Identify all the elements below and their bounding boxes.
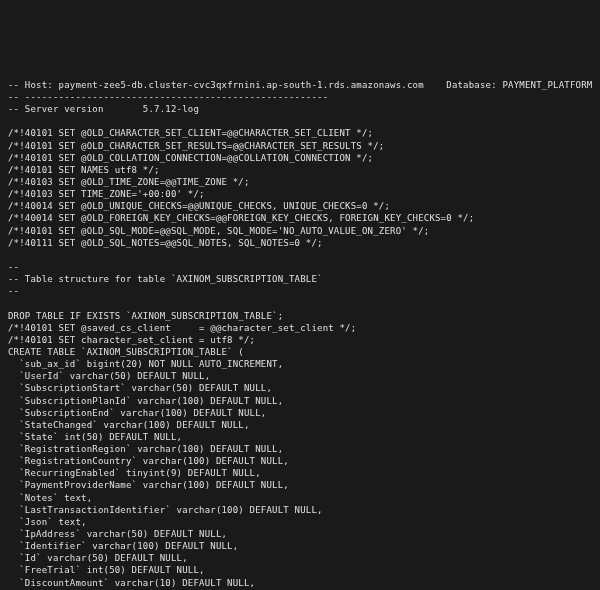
- divider-line: -- -------------------------------------…: [8, 92, 328, 102]
- sql-line: DROP TABLE IF EXISTS `AXINOM_SUBSCRIPTIO…: [8, 311, 283, 321]
- sql-line: `SubscriptionStart` varchar(50) DEFAULT …: [8, 383, 272, 393]
- sql-line: `FreeTrial` int(50) DEFAULT NULL,: [8, 565, 205, 575]
- host-line: -- Host: payment-zee5-db.cluster-cvc3qxf…: [8, 80, 592, 90]
- sql-setting: /*!40101 SET @OLD_CHARACTER_SET_CLIENT=@…: [8, 128, 373, 138]
- table-structure-comment: -- Table structure for table `AXINOM_SUB…: [8, 274, 323, 284]
- sql-line: `RecurringEnabled` tinyint(9) DEFAULT NU…: [8, 468, 261, 478]
- sql-setting: /*!40103 SET TIME_ZONE='+00:00' */;: [8, 189, 205, 199]
- sql-line: `Json` text,: [8, 517, 87, 527]
- sql-line: `SubscriptionPlanId` varchar(100) DEFAUL…: [8, 396, 283, 406]
- sql-setting: /*!40101 SET @OLD_SQL_MODE=@@SQL_MODE, S…: [8, 226, 429, 236]
- sql-line: `SubscriptionEnd` varchar(100) DEFAULT N…: [8, 408, 266, 418]
- sql-line: `PaymentProviderName` varchar(100) DEFAU…: [8, 480, 289, 490]
- sql-line: `IpAddress` varchar(50) DEFAULT NULL,: [8, 529, 227, 539]
- sql-line: `sub_ax_id` bigint(20) NOT NULL AUTO_INC…: [8, 359, 283, 369]
- terminal-output: -- Host: payment-zee5-db.cluster-cvc3qxf…: [0, 61, 600, 590]
- sql-line: `StateChanged` varchar(100) DEFAULT NULL…: [8, 420, 250, 430]
- sql-setting: /*!40101 SET @OLD_CHARACTER_SET_RESULTS=…: [8, 141, 384, 151]
- sql-line: `UserId` varchar(50) DEFAULT NULL,: [8, 371, 210, 381]
- sql-setting: /*!40101 SET @OLD_COLLATION_CONNECTION=@…: [8, 153, 373, 163]
- sql-line: `RegistrationRegion` varchar(100) DEFAUL…: [8, 444, 283, 454]
- sql-line: `DiscountAmount` varchar(10) DEFAULT NUL…: [8, 578, 255, 588]
- sql-setting: /*!40014 SET @OLD_UNIQUE_CHECKS=@@UNIQUE…: [8, 201, 390, 211]
- sql-line: `Identifier` varchar(100) DEFAULT NULL,: [8, 541, 238, 551]
- sql-line: `RegistrationCountry` varchar(100) DEFAU…: [8, 456, 289, 466]
- sql-line: /*!40101 SET @saved_cs_client = @@charac…: [8, 323, 356, 333]
- server-version-line: -- Server version 5.7.12-log: [8, 104, 199, 114]
- sql-line: `Notes` text,: [8, 493, 92, 503]
- sql-line: /*!40101 SET character_set_client = utf8…: [8, 335, 255, 345]
- comment-dashes: --: [8, 262, 19, 272]
- sql-line: `State` int(50) DEFAULT NULL,: [8, 432, 182, 442]
- sql-setting: /*!40103 SET @OLD_TIME_ZONE=@@TIME_ZONE …: [8, 177, 250, 187]
- sql-setting: /*!40101 SET NAMES utf8 */;: [8, 165, 160, 175]
- sql-setting: /*!40111 SET @OLD_SQL_NOTES=@@SQL_NOTES,…: [8, 238, 323, 248]
- sql-line: `LastTransactionIdentifier` varchar(100)…: [8, 505, 323, 515]
- sql-line: `Id` varchar(50) DEFAULT NULL,: [8, 553, 188, 563]
- sql-line: CREATE TABLE `AXINOM_SUBSCRIPTION_TABLE`…: [8, 347, 244, 357]
- sql-setting: /*!40014 SET @OLD_FOREIGN_KEY_CHECKS=@@F…: [8, 213, 474, 223]
- comment-dashes: --: [8, 286, 19, 296]
